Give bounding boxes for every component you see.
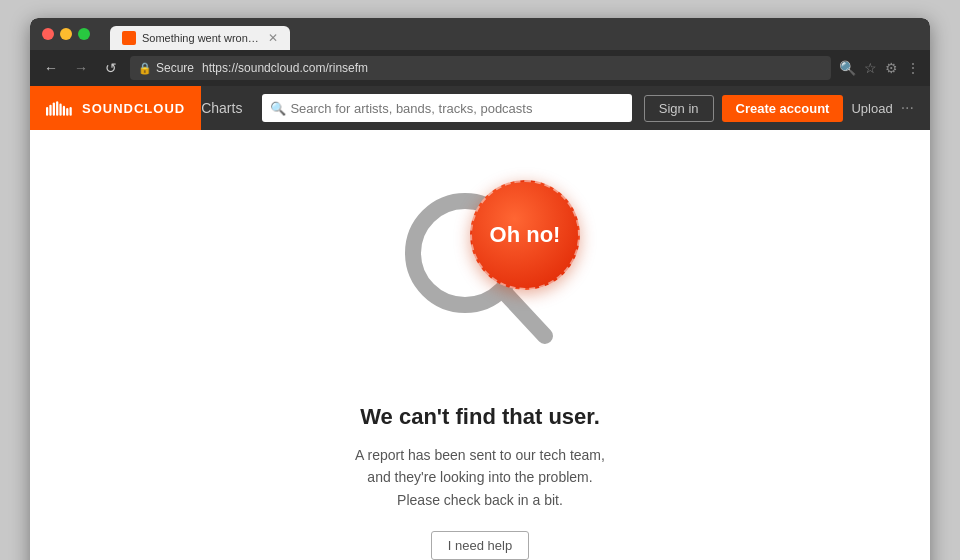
browser-tab[interactable]: Something went wrong on Sou... ✕ <box>110 26 290 50</box>
browser-window: Something went wrong on Sou... ✕ ← → ↺ 🔒… <box>30 18 930 560</box>
soundcloud-logo[interactable]: SOUNDCLOUD <box>30 86 201 130</box>
lock-icon: 🔒 <box>138 62 152 75</box>
close-button[interactable] <box>42 28 54 40</box>
svg-rect-1 <box>49 105 51 116</box>
nav-bar: ← → ↺ 🔒 Secure https://soundcloud.com/ri… <box>30 50 930 86</box>
oh-no-bubble: Oh no! <box>470 180 580 290</box>
refresh-button[interactable]: ↺ <box>100 57 122 79</box>
create-account-button[interactable]: Create account <box>722 95 844 122</box>
soundcloud-header: SOUNDCLOUD Charts 🔍 Sign in Create accou… <box>30 86 930 130</box>
tab-bar: Something went wrong on Sou... ✕ <box>110 18 290 50</box>
svg-rect-3 <box>56 101 58 116</box>
traffic-lights <box>42 28 90 40</box>
error-illustration: Oh no! <box>370 160 590 380</box>
url-bar[interactable]: 🔒 Secure https://soundcloud.com/rinsefm <box>130 56 831 80</box>
search-input[interactable] <box>290 101 623 116</box>
bookmark-icon[interactable]: ☆ <box>864 60 877 76</box>
error-page: Oh no! We can't find that user. A report… <box>30 130 930 560</box>
url-display: https://soundcloud.com/rinsefm <box>202 61 368 75</box>
svg-rect-7 <box>70 107 72 116</box>
forward-button[interactable]: → <box>70 57 92 79</box>
more-options-icon[interactable]: ··· <box>901 99 914 117</box>
nav-icons: 🔍 ☆ ⚙ ⋮ <box>839 60 920 76</box>
search-icon: 🔍 <box>270 101 286 116</box>
svg-rect-6 <box>66 108 68 116</box>
maximize-button[interactable] <box>78 28 90 40</box>
search-nav-icon[interactable]: 🔍 <box>839 60 856 76</box>
error-title: We can't find that user. <box>360 404 600 430</box>
logo-text: SOUNDCLOUD <box>82 101 185 116</box>
oh-no-text: Oh no! <box>490 222 561 248</box>
url-protocol: Secure <box>156 61 194 75</box>
help-button[interactable]: I need help <box>431 531 529 560</box>
svg-rect-2 <box>53 102 55 115</box>
charts-link[interactable]: Charts <box>185 100 258 116</box>
back-button[interactable]: ← <box>40 57 62 79</box>
svg-rect-5 <box>63 106 65 116</box>
menu-icon[interactable]: ⋮ <box>906 60 920 76</box>
minimize-button[interactable] <box>60 28 72 40</box>
svg-rect-0 <box>46 107 48 116</box>
tab-close-icon[interactable]: ✕ <box>268 31 278 45</box>
signin-button[interactable]: Sign in <box>644 95 714 122</box>
svg-line-9 <box>505 293 545 336</box>
extensions-icon[interactable]: ⚙ <box>885 60 898 76</box>
soundcloud-logo-icon <box>46 98 74 118</box>
svg-rect-4 <box>59 104 61 116</box>
upload-button[interactable]: Upload <box>851 101 892 116</box>
tab-favicon <box>122 31 136 45</box>
search-bar[interactable]: 🔍 <box>262 94 631 122</box>
title-bar: Something went wrong on Sou... ✕ <box>30 18 930 50</box>
header-actions: Sign in Create account Upload ··· <box>644 95 914 122</box>
tab-title: Something went wrong on Sou... <box>142 32 262 44</box>
error-description: A report has been sent to our tech team,… <box>355 444 605 511</box>
